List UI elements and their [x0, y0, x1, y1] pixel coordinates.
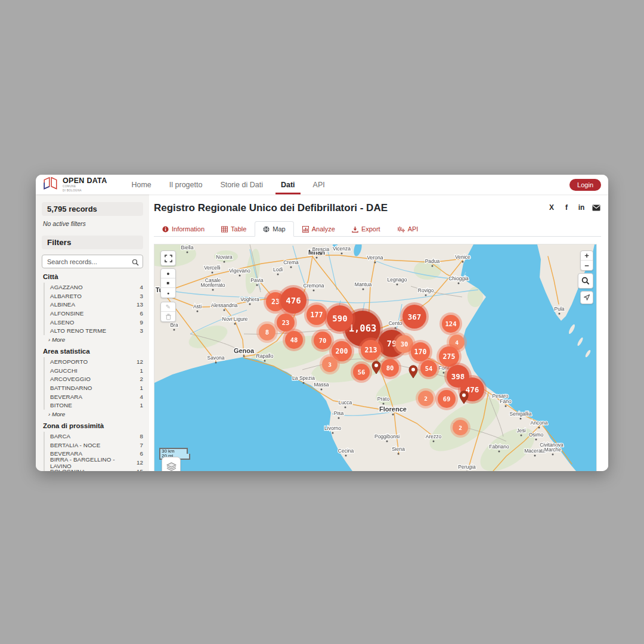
map-cluster-3[interactable]: 3 [322, 357, 338, 372]
map-cluster-213[interactable]: 213 [361, 340, 381, 360]
city-dot-cecina [345, 455, 347, 457]
filter-item-alfonsine[interactable]: ALFONSINE6 [50, 309, 143, 318]
nav-item-dati[interactable]: Dati [272, 175, 304, 194]
fullscreen-button[interactable] [160, 250, 176, 266]
filter-item-birra-bargellino-lavino[interactable]: BIRRA - BARGELLINO - LAVINO12 [50, 458, 143, 467]
map-cluster-69[interactable]: 69 [438, 390, 456, 408]
share-linkedin-icon[interactable]: in [577, 203, 586, 212]
login-button[interactable]: Login [569, 179, 601, 191]
share-email-icon[interactable] [592, 203, 601, 212]
main-nav: HomeIl progettoStorie di DatiDatiAPI [122, 175, 333, 194]
map-cluster-8[interactable]: 8 [259, 324, 275, 340]
filter-item-bertalia-noce[interactable]: BERTALIA - NOCE7 [50, 441, 143, 450]
filter-item-beverara[interactable]: BEVERARA4 [50, 392, 143, 401]
filter-group-list-zona-di-prossimit: BARCA8BERTALIA - NOCE7BEVERARA6BIRRA - B… [44, 432, 143, 471]
search-input[interactable] [42, 255, 143, 268]
city-dot-mantua [363, 289, 364, 290]
city-label-perugia: Perugia [458, 464, 476, 470]
table-icon [221, 226, 228, 233]
city-label-genoa: Genoa [234, 347, 255, 354]
filter-item-agazzano[interactable]: AGAZZANO4 [50, 283, 143, 292]
draw-rectangle-button[interactable]: ■ [161, 278, 175, 288]
city-label-cremona: Cremona [304, 283, 324, 289]
map-cluster-54[interactable]: 54 [420, 360, 437, 377]
city-label-massa: Massa [314, 382, 329, 388]
city-label-vercelli: Vercelli [204, 265, 221, 271]
draw-tools: ● ■ ● [160, 268, 176, 298]
tab-information[interactable]: Information [154, 221, 213, 237]
filter-item-bitone[interactable]: BITONE1 [50, 401, 143, 410]
tab-map[interactable]: Map [255, 221, 293, 237]
filter-more-area-statistica[interactable]: › More [48, 410, 143, 418]
filter-item-albareto[interactable]: ALBARETO3 [50, 292, 143, 301]
map-pin-marker-3[interactable] [459, 390, 469, 407]
map-cluster-2[interactable]: 2 [453, 420, 468, 435]
city-label-novara: Novara [216, 254, 233, 260]
filter-item-alto-reno-terme[interactable]: ALTO RENO TERME3 [50, 326, 143, 335]
locate-button[interactable] [580, 291, 593, 304]
tab-table[interactable]: Table [213, 221, 255, 237]
map-cluster-23[interactable]: 23 [277, 314, 295, 332]
city-dot-ancona [538, 427, 540, 429]
map-cluster-70[interactable]: 70 [314, 332, 332, 349]
chart-icon [302, 226, 309, 233]
share-facebook-icon[interactable]: f [562, 203, 571, 212]
city-label-crema: Crema [283, 259, 299, 265]
map-cluster-2[interactable]: 2 [418, 391, 434, 406]
city-label-jesi: Jesi [516, 428, 525, 434]
map-cluster-275[interactable]: 275 [439, 346, 459, 367]
draw-circle-button[interactable]: ● [161, 288, 175, 298]
draw-polygon-button[interactable]: ● [161, 269, 175, 278]
city-dot-venice [462, 261, 464, 263]
filter-item-battindarno[interactable]: BATTINDARNO1 [50, 383, 143, 392]
map-cluster-170[interactable]: 170 [411, 342, 430, 361]
map-cluster-590[interactable]: 590 [327, 305, 353, 332]
zoom-control: + − [580, 250, 593, 271]
filter-item-agucchi[interactable]: AGUCCHI1 [50, 366, 143, 375]
info-icon [162, 226, 169, 233]
map-cluster-124[interactable]: 124 [442, 315, 460, 333]
nav-item-il-progetto[interactable]: Il progetto [160, 175, 212, 194]
city-dot-la-spezia [303, 382, 305, 384]
filter-item-barca[interactable]: BARCA8 [50, 432, 143, 441]
map-cluster-476[interactable]: 476 [280, 287, 306, 314]
city-dot-chioggia [458, 283, 460, 284]
map-pin-marker-2[interactable] [408, 364, 419, 381]
tab-api[interactable]: API [389, 221, 427, 237]
city-dot-alessandria [224, 309, 225, 311]
zoom-out-button[interactable]: − [581, 261, 593, 270]
delete-layers-button[interactable] [161, 312, 175, 321]
map-cluster-48[interactable]: 48 [285, 331, 303, 349]
filter-item-arcoveggio[interactable]: ARCOVEGGIO2 [50, 375, 143, 384]
city-dot-biella [187, 252, 188, 253]
tab-analyze[interactable]: Analyze [294, 221, 343, 237]
city-dot-milan [316, 257, 318, 259]
edit-layers-button[interactable]: ✎ [161, 302, 175, 312]
open-data-logo[interactable]: OPEN DATA COMUNE DI BOLOGNA [42, 176, 107, 194]
nav-item-storie-di-dati[interactable]: Storie di Dati [211, 175, 272, 194]
zoom-in-button[interactable]: + [581, 251, 593, 261]
map-cluster-80[interactable]: 80 [381, 359, 399, 377]
share-x-icon[interactable]: X [547, 203, 556, 212]
map-cluster-367[interactable]: 367 [402, 305, 426, 329]
edit-tools: ✎ [160, 302, 176, 322]
nav-item-home[interactable]: Home [122, 175, 160, 194]
map-search-button[interactable] [578, 273, 593, 289]
tab-export[interactable]: Export [343, 221, 389, 237]
filter-more-citt[interactable]: › More [48, 335, 143, 343]
filter-item-aeroporto[interactable]: AEROPORTO12 [50, 357, 143, 366]
map-cluster-56[interactable]: 56 [353, 364, 370, 380]
city-dot-marche [552, 454, 554, 456]
city-label-poggibonsi: Poggibonsi [374, 434, 400, 439]
map-pin-marker-1[interactable] [371, 360, 382, 377]
map-canvas[interactable]: BiellaNovaraMilanBresciaVicenzaVeronaPad… [154, 244, 597, 471]
filter-item-albinea[interactable]: ALBINEA13 [50, 300, 143, 309]
filter-item-alseno[interactable]: ALSENO9 [50, 318, 143, 327]
layers-button[interactable] [162, 457, 181, 471]
city-label-vigevano: Vigevano [229, 268, 250, 274]
city-label-legnago: Legnago [387, 277, 407, 283]
logo-title: OPEN DATA [63, 177, 107, 185]
nav-item-api[interactable]: API [304, 175, 334, 194]
city-dot-cremona [313, 290, 315, 292]
map-cluster-177[interactable]: 177 [306, 305, 327, 325]
